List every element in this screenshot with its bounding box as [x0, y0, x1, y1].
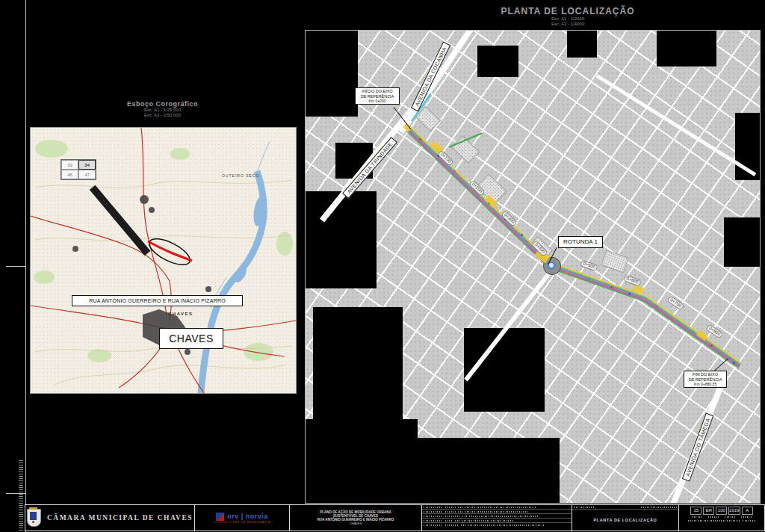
tb-municipality-section: CÂMARA MUNICIPAL DE CHAVES — [25, 505, 195, 531]
project-line4: CHAVES — [350, 522, 362, 525]
map-void — [306, 419, 418, 503]
place-label-chaves-small: CHAVES — [168, 312, 193, 316]
chaves-label-text: CHAVES — [169, 332, 214, 344]
chainage-label: 0+700 — [666, 296, 684, 311]
chainage-label: 0+800 — [705, 324, 723, 339]
project-route-red — [148, 241, 192, 261]
chorographic-sketch-map: 33 34 46 47 OUTEIRO SECO CHAVES RUA ANTÓ… — [30, 127, 297, 394]
chainage-label: 0+500 — [580, 260, 598, 272]
sketch-scale-a1: Esc. A1 - 1/25 000 — [45, 108, 280, 113]
sheet-index-33: 33 — [61, 160, 78, 170]
consultant-subtitle: CONSULTORES DE ENGENHARIA — [214, 521, 270, 524]
signal-dot — [610, 286, 613, 288]
dwg-num-part3: 100 — [716, 507, 727, 515]
sketch-scale-a3: Esc. A3 - 1/50 000 — [45, 113, 280, 118]
avenue-cocanha-road — [399, 30, 480, 134]
street-ribbon-tamega: AVENIDA DO TÂMEGA — [682, 412, 714, 481]
map-banner — [90, 185, 151, 256]
signal-dot — [566, 271, 568, 273]
cross-road-northeast — [596, 74, 757, 176]
municipality-name: CÂMARA MUNICIPAL DE CHAVES — [47, 514, 193, 522]
signal-dot — [419, 138, 421, 140]
map-void — [657, 31, 716, 66]
drawing-sheet: PLANTA DE LOCALIZAÇÃO Esc. A1 - 1/2000 E… — [0, 0, 765, 532]
start-note-line1: INÍCIO DO EIXO — [357, 89, 397, 94]
sheet-edge-line — [25, 0, 26, 532]
route-label-text: RUA ANTÓNIO GUERREIRO E RUA INÁCIO PIZAR… — [89, 298, 226, 303]
dwg-num-part2: ER — [703, 507, 714, 515]
sketch-heading: Esboço Corográfico Esc. A1 - 1/25 000 Es… — [45, 100, 280, 118]
start-reference-note: INÍCIO DO EIXO DE REFERÊNCIA Km 0+000 — [355, 87, 400, 105]
plan-heading: PLANTA DE LOCALIZAÇÃO Esc. A1 - 1/2000 E… — [448, 6, 687, 27]
hatched-zone — [601, 250, 628, 273]
title-block: CÂMARA MUNICIPAL DE CHAVES nrv | norvia … — [25, 504, 765, 531]
signal-dot — [588, 279, 590, 281]
tb-number-section: 15 ER 100 2019 A — [679, 505, 764, 531]
signal-dot — [673, 318, 675, 321]
map-void — [724, 217, 760, 267]
drawing-title: PLANTA DE LOCALIZAÇÃO — [593, 518, 657, 522]
tb-drawing-title-section: PLANTA DE LOCALIZAÇÃO — [572, 505, 679, 531]
chaves-coat-of-arms-icon — [27, 509, 41, 527]
localization-plan-map: 0+100 0+200 0+300 0+400 0+500 0+600 0+70… — [305, 30, 761, 504]
signal-dot — [728, 357, 731, 359]
street-ribbon-tamega-text: AVENIDA DO TÂMEGA — [685, 418, 711, 477]
sheet-index-47: 47 — [78, 170, 96, 179]
route-label-box: RUA ANTÓNIO GUERREIRO E RUA INÁCIO PIZAR… — [72, 295, 243, 306]
signal-dot — [628, 293, 631, 295]
dwg-num-part4: 2019 — [728, 507, 740, 515]
sketch-title: Esboço Corográfico — [45, 100, 280, 108]
map-void — [477, 46, 518, 77]
signal-dot — [691, 331, 693, 333]
plot-stamp-microtext — [19, 460, 23, 531]
plan-scale-a3: Esc. A3 - 1/4000 — [448, 22, 687, 27]
map-void — [567, 31, 597, 58]
street-ribbon-cocanha-text: AVENIDA DA COCANHA — [414, 46, 447, 107]
dwg-num-part1: 15 — [690, 507, 701, 515]
roundabout-island — [549, 263, 554, 267]
sheet-index-box: 33 34 46 47 — [61, 159, 96, 180]
signal-dot — [655, 306, 657, 308]
dwg-num-part5: A — [742, 507, 753, 515]
rotunda-note-text: ROTUNDA 1 — [563, 238, 598, 245]
map-void — [306, 31, 358, 117]
start-note-line3: Km 0+000 — [357, 99, 397, 103]
map-void — [313, 307, 403, 419]
end-note-line3: Km 0+880.35 — [686, 382, 725, 386]
plan-title: PLANTA DE LOCALIZAÇÃO — [448, 6, 687, 16]
tb-project-section: PLANO DE AÇÃO DE MOBILIDADE URBANA SUSTE… — [290, 505, 422, 531]
end-leader-line — [714, 358, 728, 371]
signal-dot — [453, 170, 456, 173]
norvia-logo-icon — [216, 513, 224, 521]
consultant-name: nrv | norvia — [227, 513, 268, 520]
sheet-index-46: 46 — [61, 170, 78, 179]
tb-revision-table — [422, 505, 572, 531]
place-label-outeiro-seco: OUTEIRO SECO — [222, 173, 259, 178]
end-reference-note: FIM DO EIXO DE REFERÊNCIA Km 0+880.35 — [684, 371, 727, 388]
signal-dot — [488, 202, 490, 205]
tb-consultant-section: nrv | norvia CONSULTORES DE ENGENHARIA — [195, 505, 290, 531]
signal-dot — [521, 234, 523, 236]
street-ribbon-cocanha: AVENIDA DA COCANHA — [411, 42, 450, 112]
chaves-label-box: CHAVES — [159, 328, 223, 349]
plan-scale-a1: Esc. A1 - 1/2000 — [448, 16, 687, 22]
corridor-segment-1 — [407, 127, 554, 268]
rotunda-note: ROTUNDA 1 — [558, 236, 603, 248]
signal-dot — [733, 362, 735, 364]
map-void — [418, 438, 560, 503]
map-void — [306, 191, 377, 288]
chainage-label: 0+600 — [623, 275, 642, 287]
signal-dot — [710, 344, 713, 347]
sheet-index-34: 34 — [78, 160, 96, 170]
fold-tick-upper — [6, 266, 25, 267]
